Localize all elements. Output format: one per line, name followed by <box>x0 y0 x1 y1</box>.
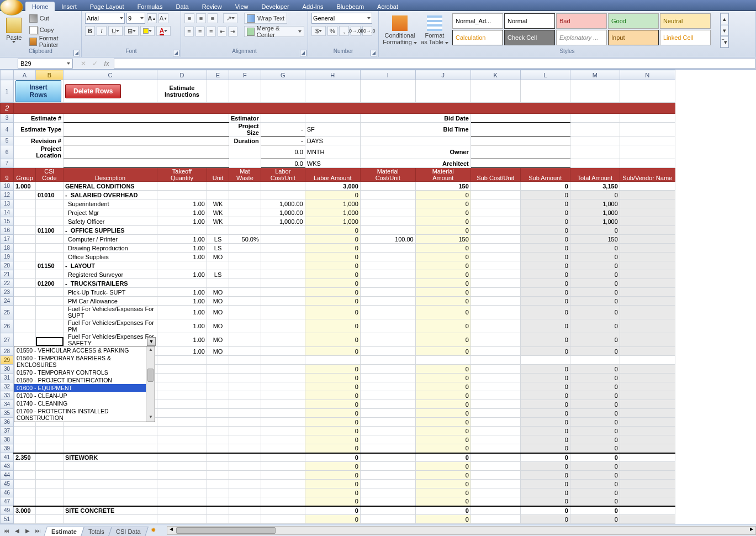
row-header[interactable]: 15 <box>1 217 14 226</box>
cell[interactable] <box>620 374 675 382</box>
row-header[interactable]: 20 <box>1 261 14 270</box>
cell[interactable]: 0 <box>415 297 470 306</box>
cell[interactable]: 0 <box>570 382 620 391</box>
row-header[interactable]: 30 <box>1 365 14 374</box>
cell[interactable] <box>470 191 520 199</box>
cell[interactable] <box>360 515 415 524</box>
cell[interactable] <box>261 462 305 471</box>
cell[interactable] <box>360 261 415 270</box>
cell[interactable] <box>570 145 620 159</box>
cell[interactable] <box>36 199 64 208</box>
cell[interactable] <box>360 488 415 497</box>
cell[interactable]: 0 <box>305 226 360 235</box>
cell[interactable] <box>207 497 229 506</box>
cell[interactable] <box>620 159 675 168</box>
cell[interactable]: 0 <box>415 400 470 409</box>
cell[interactable] <box>261 333 305 347</box>
cell[interactable]: 1,000 <box>570 217 620 226</box>
cell[interactable]: 0 <box>305 471 360 480</box>
font-size-combo[interactable]: 9 <box>126 13 145 24</box>
cell[interactable]: 0 <box>570 480 620 488</box>
cell[interactable]: WK <box>207 208 229 217</box>
cell[interactable]: 0 <box>520 382 570 391</box>
cell[interactable]: 0 <box>415 333 470 347</box>
cell[interactable] <box>36 244 64 253</box>
style-cell[interactable]: Bad <box>556 13 607 29</box>
cell[interactable]: 1.00 <box>157 333 207 347</box>
decrease-decimal-button[interactable]: .00→.0 <box>362 26 372 36</box>
cell[interactable]: 0 <box>570 226 620 235</box>
cell[interactable]: 0 <box>520 306 570 319</box>
cell[interactable]: 0 <box>570 270 620 279</box>
cell[interactable] <box>360 435 415 444</box>
cell[interactable] <box>229 488 261 497</box>
row-header[interactable]: 5 <box>1 136 14 145</box>
cell[interactable]: 0 <box>570 288 620 297</box>
cell[interactable]: 0 <box>305 480 360 488</box>
cell[interactable]: LS <box>207 270 229 279</box>
row-header[interactable]: 32 <box>1 382 14 391</box>
delete-rows-button[interactable]: Delete Rows <box>65 84 121 98</box>
last-sheet-icon[interactable]: ⏭ <box>34 528 43 534</box>
cell-styles-gallery[interactable]: Normal_Ad...NormalBadGoodNeutralCalculat… <box>452 13 717 46</box>
fx-icon[interactable]: fx <box>102 60 112 67</box>
cell[interactable] <box>157 356 207 365</box>
cell[interactable] <box>36 444 64 453</box>
cell[interactable] <box>620 136 675 145</box>
cell[interactable] <box>64 462 157 471</box>
cell[interactable] <box>360 356 415 365</box>
cell[interactable] <box>14 471 36 480</box>
ribbon-tab-developer[interactable]: Developer <box>255 2 295 11</box>
cell[interactable] <box>470 515 520 524</box>
cell[interactable] <box>470 418 520 427</box>
cell[interactable]: 0 <box>520 279 570 288</box>
paste-button[interactable]: Paste <box>3 13 25 48</box>
cell[interactable] <box>261 374 305 382</box>
cell[interactable]: WK <box>207 217 229 226</box>
sheet-tab[interactable]: Totals <box>81 527 112 537</box>
cell[interactable] <box>470 297 520 306</box>
cell[interactable] <box>360 199 415 208</box>
scroll-right-icon[interactable]: ▶ <box>748 527 755 534</box>
cell[interactable]: 0 <box>520 319 570 333</box>
cell[interactable]: 0 <box>305 462 360 471</box>
cell[interactable] <box>207 409 229 418</box>
cell[interactable] <box>360 297 415 306</box>
style-cell[interactable]: Normal <box>504 13 555 29</box>
scroll-thumb[interactable] <box>147 369 154 382</box>
cell[interactable] <box>207 435 229 444</box>
cell[interactable] <box>157 365 207 374</box>
dropdown-button[interactable]: ▼ <box>147 337 156 346</box>
cell[interactable]: 0 <box>520 270 570 279</box>
cell[interactable] <box>36 515 64 524</box>
row-header[interactable]: 45 <box>1 480 14 488</box>
conditional-formatting-button[interactable]: Conditional Formatting <box>382 13 417 48</box>
cell[interactable] <box>36 235 64 244</box>
cell[interactable] <box>157 191 207 199</box>
row-header[interactable]: 49 <box>1 506 14 515</box>
cell[interactable]: 1.00 <box>157 319 207 333</box>
col-header[interactable]: J <box>415 70 470 80</box>
font-color-button[interactable]: A <box>156 26 171 36</box>
align-bottom-button[interactable]: ≡ <box>208 13 218 23</box>
cell[interactable] <box>157 427 207 435</box>
cell[interactable] <box>360 365 415 374</box>
cell[interactable]: MO <box>207 319 229 333</box>
cell[interactable] <box>261 382 305 391</box>
cell[interactable]: 0 <box>415 374 470 382</box>
col-header[interactable]: F <box>229 70 261 80</box>
cell[interactable]: 0 <box>305 418 360 427</box>
cell[interactable]: 0 <box>520 462 570 471</box>
cell[interactable] <box>229 253 261 261</box>
cell[interactable] <box>620 347 675 356</box>
cell[interactable] <box>520 80 570 103</box>
cell[interactable] <box>229 374 261 382</box>
cell[interactable]: 1.00 <box>157 235 207 244</box>
cell[interactable] <box>229 480 261 488</box>
row-header[interactable]: 7 <box>1 159 14 168</box>
cell[interactable]: 0 <box>305 435 360 444</box>
cell[interactable] <box>470 306 520 319</box>
cell[interactable] <box>36 297 64 306</box>
cell[interactable] <box>207 391 229 400</box>
cell[interactable]: 0 <box>570 444 620 453</box>
